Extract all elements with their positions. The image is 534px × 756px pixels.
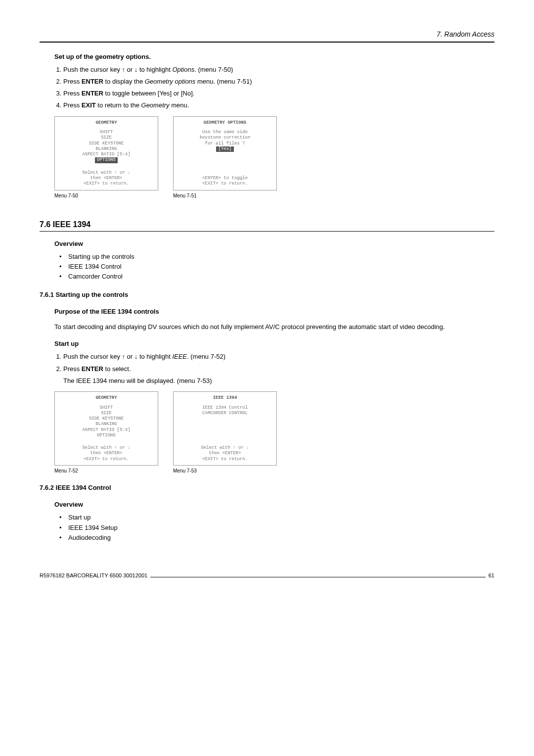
section-geometry-setup: Set up of the geometry options. Push the… xyxy=(54,52,494,199)
menu-items: SHIFT SIZE SIDE KEYSTONE BLANKING ASPECT… xyxy=(55,405,158,439)
section-7-6-2-body: Overview Start up IEEE 1394 Setup Audiod… xyxy=(54,500,494,542)
section-7-6-1-body: Purpose of the IEEE 1394 controls To sta… xyxy=(54,307,494,474)
step-2: Press ENTER to display the Geometry opti… xyxy=(63,77,494,86)
list-item: Starting up the controls xyxy=(68,252,494,261)
menu-item-selected: [Yes] xyxy=(174,146,276,152)
menu-item: SIDE KEYSTONE xyxy=(55,416,158,422)
step-2: Press ENTER to select. The IEEE 1394 men… xyxy=(63,365,494,385)
menu-items: Use the same side keystone correction fo… xyxy=(174,130,276,152)
menu-row-2: GEOMETRY SHIFT SIZE SIDE KEYSTONE BLANKI… xyxy=(54,391,494,474)
menu-item: ASPECT RATIO [5:4] xyxy=(55,152,158,157)
section-7-6-body: Overview Starting up the controls IEEE 1… xyxy=(54,239,494,282)
menu-item: SHIFT xyxy=(55,130,158,135)
step-2-note: The IEEE 1394 menu will be displayed. (m… xyxy=(63,377,494,385)
section-7-6-1-heading: 7.6.1 Starting up the controls xyxy=(40,290,494,299)
purpose-paragraph: To start decoding and displaying DV sour… xyxy=(54,323,494,331)
menu-footer: <ENTER> to toggle <EXIT> to return. xyxy=(174,176,276,187)
menu-item: BLANKING xyxy=(55,146,158,152)
menu-wrap-50: GEOMETRY SHIFT SIZE SIDE KEYSTONE BLANKI… xyxy=(54,116,158,199)
menu-item: BLANKING xyxy=(55,422,158,427)
menu-item-selected: OPTIONS xyxy=(55,157,158,163)
chapter-label: 7. Random Access xyxy=(437,30,494,38)
menu-box-geometry-2: GEOMETRY SHIFT SIZE SIDE KEYSTONE BLANKI… xyxy=(54,391,158,466)
section-7-6-heading: 7.6 IEEE 1394 xyxy=(40,219,494,230)
section-7-6-2-heading: 7.6.2 IEEE 1394 Control xyxy=(40,483,494,492)
section-rule xyxy=(40,231,494,232)
menu-item: SIZE xyxy=(55,135,158,141)
menu-item: SHIFT xyxy=(55,405,158,411)
list-item: IEEE 1394 Control xyxy=(68,262,494,271)
menu-row-1: GEOMETRY SHIFT SIZE SIDE KEYSTONE BLANKI… xyxy=(54,116,494,199)
setup-steps: Push the cursor key ↑ or ↓ to highlight … xyxy=(54,65,494,110)
menu-title: GEOMETRY OPTIONS xyxy=(174,120,276,126)
overview-heading: Overview xyxy=(54,239,494,248)
footer-left: R5976182 BARCOREALITY 6500 30012001 xyxy=(40,572,147,579)
menu-wrap-52: GEOMETRY SHIFT SIZE SIDE KEYSTONE BLANKI… xyxy=(54,391,158,474)
step-1: Push the cursor key ↑ or ↓ to highlight … xyxy=(63,352,494,361)
setup-heading: Set up of the geometry options. xyxy=(54,52,494,61)
menu-caption: Menu 7-52 xyxy=(54,468,158,474)
footer-rule xyxy=(150,577,486,577)
menu-title: GEOMETRY xyxy=(55,120,158,126)
menu-items: IEEE 1394 Control CAMCORDER CONTROL xyxy=(174,405,276,417)
list-item: Camcorder Control xyxy=(68,272,494,281)
menu-footer: Select with ↑ or ↓ then <ENTER> <EXIT> t… xyxy=(55,170,158,187)
page-footer: R5976182 BARCOREALITY 6500 30012001 61 xyxy=(40,572,494,579)
list-item: Audiodecoding xyxy=(68,533,494,542)
menu-wrap-53: IEEE 1394 IEEE 1394 Control CAMCORDER CO… xyxy=(173,391,277,474)
startup-heading: Start up xyxy=(54,339,494,348)
menu-caption: Menu 7-51 xyxy=(173,192,277,199)
menu-title: GEOMETRY xyxy=(55,395,158,401)
menu-box-ieee1394: IEEE 1394 IEEE 1394 Control CAMCORDER CO… xyxy=(173,391,277,466)
menu-item: OPTIONS xyxy=(55,433,158,438)
footer-page-number: 61 xyxy=(489,572,494,579)
menu-footer: Select with ↑ or ↓ then <ENTER> <EXIT> t… xyxy=(174,445,276,462)
menu-wrap-51: GEOMETRY OPTIONS Use the same side keyst… xyxy=(173,116,277,199)
overview-list: Start up IEEE 1394 Setup Audiodecoding xyxy=(54,513,494,542)
menu-box-geometry: GEOMETRY SHIFT SIZE SIDE KEYSTONE BLANKI… xyxy=(54,116,158,190)
step-1: Push the cursor key ↑ or ↓ to highlight … xyxy=(63,65,494,74)
overview-heading: Overview xyxy=(54,500,494,509)
menu-caption: Menu 7-50 xyxy=(54,192,158,199)
menu-title: IEEE 1394 xyxy=(174,395,276,401)
menu-footer: Select with ↑ or ↓ then <ENTER> <EXIT> t… xyxy=(55,445,158,462)
menu-item: SIDE KEYSTONE xyxy=(55,141,158,146)
step-4: Press EXIT to return to the Geometry men… xyxy=(63,101,494,110)
menu-items: SHIFT SIZE SIDE KEYSTONE BLANKING ASPECT… xyxy=(55,130,158,163)
list-item: Start up xyxy=(68,513,494,522)
startup-steps: Push the cursor key ↑ or ↓ to highlight … xyxy=(54,352,494,385)
menu-item: IEEE 1394 Control xyxy=(174,405,276,411)
menu-item: ASPECT RATIO [5:4] xyxy=(55,427,158,433)
menu-box-geometry-options: GEOMETRY OPTIONS Use the same side keyst… xyxy=(173,116,277,190)
purpose-heading: Purpose of the IEEE 1394 controls xyxy=(54,307,494,316)
menu-caption: Menu 7-53 xyxy=(173,468,277,474)
menu-item: SIZE xyxy=(55,411,158,416)
step-3: Press ENTER to toggle between [Yes] or [… xyxy=(63,89,494,98)
list-item: IEEE 1394 Setup xyxy=(68,523,494,532)
menu-item: CAMCORDER CONTROL xyxy=(174,411,276,416)
overview-list: Starting up the controls IEEE 1394 Contr… xyxy=(54,252,494,282)
page-header: 7. Random Access xyxy=(40,30,494,43)
